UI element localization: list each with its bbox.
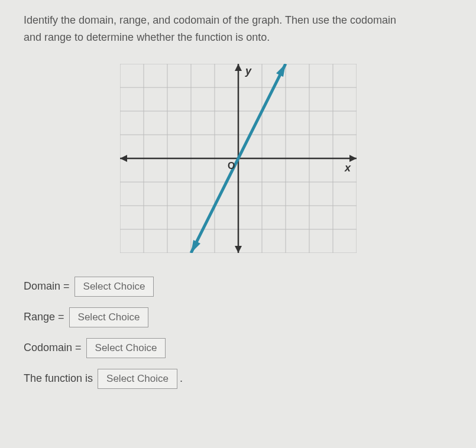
function-row: The function is Select Choice .: [24, 369, 452, 389]
graph-svg: y x O: [120, 64, 357, 253]
graph: y x O: [120, 64, 357, 253]
codomain-row: Codomain = Select Choice: [24, 338, 452, 358]
svg-marker-25: [235, 246, 242, 253]
origin-label: O: [228, 161, 235, 171]
domain-label: Domain =: [24, 280, 70, 293]
question-line2: and range to determine whether the funct…: [24, 31, 270, 43]
range-row: Range = Select Choice: [24, 307, 452, 327]
range-select[interactable]: Select Choice: [69, 307, 149, 327]
codomain-label: Codomain =: [24, 342, 82, 354]
period: .: [180, 372, 183, 385]
svg-marker-24: [235, 64, 242, 71]
codomain-select[interactable]: Select Choice: [86, 338, 166, 358]
svg-marker-23: [120, 155, 127, 162]
range-label: Range =: [24, 311, 64, 323]
domain-row: Domain = Select Choice: [24, 277, 452, 297]
graph-container: y x O: [24, 64, 452, 253]
function-select[interactable]: Select Choice: [98, 369, 177, 389]
domain-select[interactable]: Select Choice: [75, 277, 154, 297]
y-axis-label: y: [245, 65, 252, 77]
question-line1: Identify the domain, range, and codomain…: [24, 14, 396, 26]
svg-marker-22: [349, 155, 357, 162]
svg-marker-28: [191, 240, 200, 253]
question-text: Identify the domain, range, and codomain…: [24, 12, 452, 46]
function-label: The function is: [24, 372, 93, 385]
x-axis-label: x: [344, 162, 351, 174]
svg-marker-27: [276, 64, 286, 77]
